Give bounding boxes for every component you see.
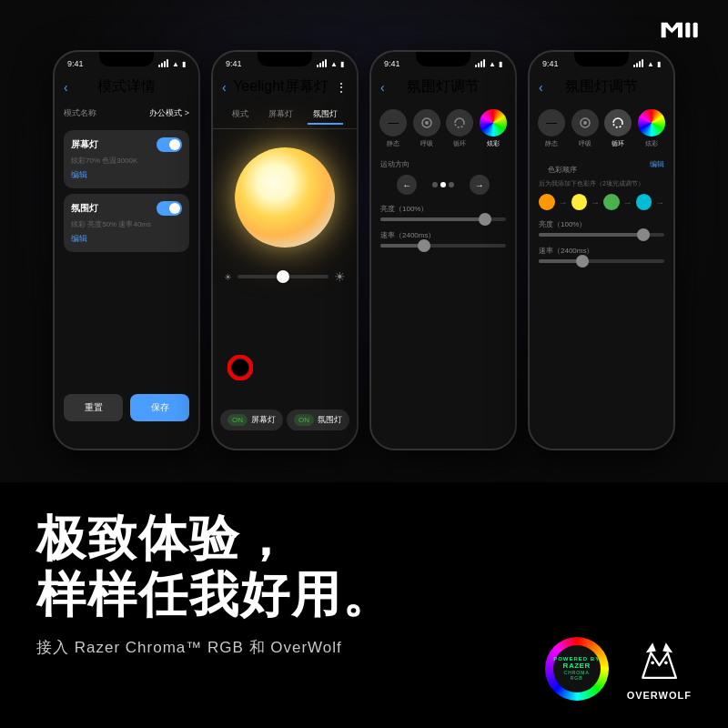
back-arrow-4[interactable]: ‹ [539,80,543,95]
brightness-max-icon: ☀ [334,269,346,284]
brightness-min-icon: ☀ [224,272,232,282]
screen-light-edit[interactable]: 编辑 [71,169,182,181]
atmosphere-light-title: 氛围灯 [71,202,98,215]
arrow-2: → [591,197,600,207]
color-wheel[interactable] [228,355,253,380]
arrow-3: → [623,197,632,207]
mode-name-row: 模式名称 办公模式 > [55,102,198,125]
direction-label: 运动方向 [371,156,515,171]
svg-point-14 [651,662,654,665]
razer-text2: RAZER [563,662,591,670]
icon-cycle[interactable]: 循环 [446,109,473,148]
icon-static-4[interactable]: — 静态 [538,109,565,148]
dir-dot-3 [449,182,454,187]
dir-right[interactable]: → [470,175,490,195]
mode-name-label: 模式名称 [64,107,96,119]
phone-4: 9:41 ▲ ▮ ‹ 氛围灯调节 [528,50,675,450]
reset-button[interactable]: 重置 [64,394,123,421]
phone4-header: ‹ 氛围灯调节 [530,72,673,102]
screen-toggle-label: 屏幕灯 [251,414,276,426]
more-menu-2[interactable]: ⋮ [335,80,348,95]
brightness-slider-3[interactable] [380,217,506,221]
icon-row-3: — 静态 呼吸 循环 [371,102,515,156]
tab-atmosphere[interactable]: 氛围灯 [308,106,343,125]
razer-circle: POWERED BY RAZER CHROMA RGB [545,637,609,701]
color-seq-label: 色彩顺序 [539,162,586,176]
time-3: 9:41 [384,59,400,68]
screen-toggle-item[interactable]: ON 屏幕灯 [220,410,283,430]
edit-color-link[interactable]: 编辑 [650,159,664,169]
phone-3: 9:41 ▲ ▮ ‹ 氛围灯调节 [369,50,517,450]
speed-label-4: 速率（2400ms） [539,246,664,256]
phone-1: 9:41 ▲ ▮ ‹ 模式详情 [53,50,200,450]
notch-4 [574,52,629,66]
notch-2 [258,52,312,66]
brightness-slider-4[interactable] [539,233,664,237]
icon-colorful-4[interactable]: 炫彩 [638,109,665,148]
tab-row-2: 模式 屏幕灯 氛围灯 [213,102,357,129]
screen-light-subtitle: 炫彩70% 色温3000K [71,156,182,166]
brightness-slider-2: ☀ ☀ [213,266,357,288]
phone4-title: 氛围灯调节 [565,77,638,96]
screen-light-card: 屏幕灯 炫彩70% 色温3000K 编辑 [64,130,189,188]
back-arrow-1[interactable]: ‹ [64,80,68,95]
phone2-title: Yeelight屏幕灯 [233,77,328,96]
svg-point-6 [232,359,248,376]
brightness-label-3: 亮度（100%） [380,204,506,214]
icon-breathe[interactable]: 呼吸 [413,109,440,148]
brightness-label-4: 亮度（100%） [539,219,664,229]
atmosphere-light-card: 氛围灯 炫彩 亮度50% 速率40ms 编辑 [64,194,189,252]
color-dot-3[interactable] [603,194,620,210]
phone-2: 9:41 ▲ ▮ ‹ Yeelight屏幕灯 [211,50,359,450]
svg-marker-13 [662,642,672,652]
icon-breathe-4[interactable]: 呼吸 [571,109,599,148]
overwolf-label: OVERWOLF [627,690,692,701]
atmosphere-toggle-item[interactable]: ON 氛围灯 [287,410,349,430]
back-arrow-2[interactable]: ‹ [222,80,227,95]
logo-icon [655,16,701,44]
svg-marker-11 [642,652,676,678]
speed-slider-4[interactable] [539,259,664,263]
brightness-section-3: 亮度（100%） [371,198,515,225]
mode-name-value[interactable]: 办公模式 > [149,107,189,119]
icon-colorful[interactable]: 炫彩 [480,109,507,148]
icon-static[interactable]: — 静态 [379,109,407,148]
screen-light-toggle[interactable] [157,137,182,152]
phone1-header: ‹ 模式详情 [55,72,198,102]
icon-row-4: — 静态 呼吸 循环 [530,102,673,156]
atmosphere-toggle-label: 氛围灯 [318,414,342,426]
brightness-track-2[interactable] [238,275,329,278]
tab-screen[interactable]: 屏幕灯 [263,106,298,125]
overwolf-logo-container: OVERWOLF [627,636,692,701]
color-dots-row: → → → → [530,190,673,214]
light-circle [235,147,335,248]
svg-rect-0 [685,23,690,38]
atmosphere-light-toggle[interactable] [157,201,182,216]
on-badge-atmosphere: ON [294,414,314,426]
color-dot-1[interactable] [539,194,555,210]
light-circle-container [213,129,357,257]
color-seq-section: 色彩顺序 编辑 [530,156,673,179]
razer-text4: RGB [571,675,583,681]
dir-left[interactable]: ← [397,175,417,195]
phones-container: 9:41 ▲ ▮ ‹ 模式详情 [53,32,675,450]
tab-mode[interactable]: 模式 [227,106,254,125]
atmosphere-light-edit[interactable]: 编辑 [71,233,182,245]
color-seq-sublabel: 后为我添加下色彩序（2项完成调节） [530,179,673,190]
back-arrow-3[interactable]: ‹ [380,80,385,95]
phone1-title: 模式详情 [97,77,156,96]
top-section: 9:41 ▲ ▮ ‹ 模式详情 [0,0,728,482]
on-badge-screen: ON [228,414,248,426]
speed-section-3: 速率（2400ms） [371,225,515,251]
speed-slider-3[interactable] [380,244,506,248]
logos-area: POWERED BY RAZER CHROMA RGB OVERWOLF [545,636,692,701]
phone3-title: 氛围灯调节 [407,77,480,96]
phone3-header: ‹ 氛围灯调节 [371,72,515,102]
color-dot-4[interactable] [636,194,652,210]
phone2-header: ‹ Yeelight屏幕灯 ⋮ [213,72,357,102]
color-dot-2[interactable] [571,194,588,210]
save-button[interactable]: 保存 [130,394,189,421]
screen-light-title: 屏幕灯 [71,138,98,151]
icon-cycle-4[interactable]: 循环 [604,109,632,148]
time-1: 9:41 [67,59,84,68]
